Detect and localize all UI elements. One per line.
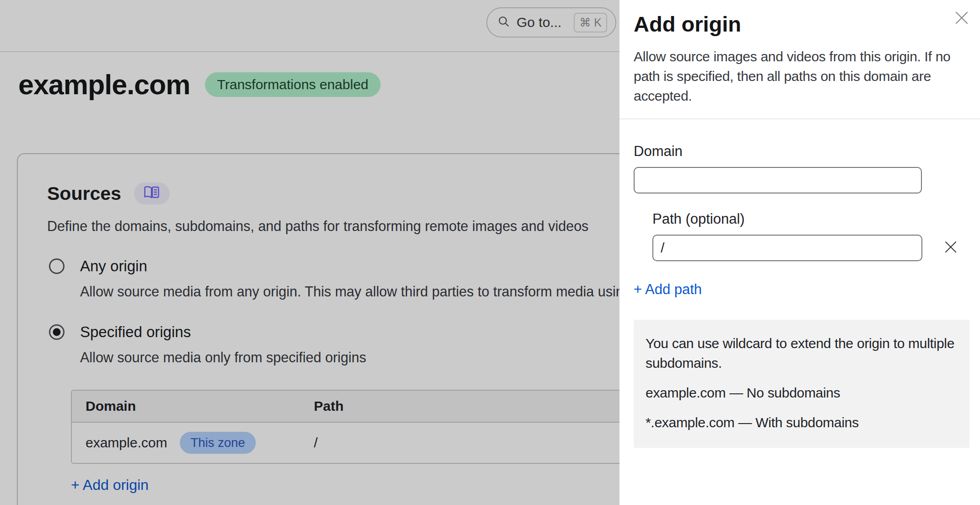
path-input[interactable] — [652, 235, 922, 261]
close-icon — [953, 10, 970, 27]
remove-path-button[interactable] — [942, 238, 960, 257]
close-button[interactable] — [952, 8, 972, 28]
wildcard-info-box: You can use wildcard to extend the origi… — [634, 320, 969, 448]
add-origin-drawer: Add origin Allow source images and video… — [619, 0, 980, 505]
path-field-label: Path (optional) — [652, 211, 969, 227]
info-example-no-subdomains: example.com — No subdomains — [646, 383, 958, 403]
info-text: You can use wildcard to extend the origi… — [646, 333, 958, 373]
info-example-with-subdomains: *.example.com — With subdomains — [646, 413, 958, 432]
divider — [619, 118, 980, 119]
domain-input[interactable] — [634, 167, 922, 193]
remove-icon — [943, 239, 958, 256]
drawer-description: Allow source images and videos from this… — [634, 47, 969, 106]
add-path-link[interactable]: + Add path — [634, 281, 702, 298]
domain-field-group: Domain — [634, 143, 969, 193]
path-field-group: Path (optional) — [652, 211, 969, 261]
drawer-title: Add origin — [634, 11, 969, 37]
domain-field-label: Domain — [634, 143, 969, 160]
